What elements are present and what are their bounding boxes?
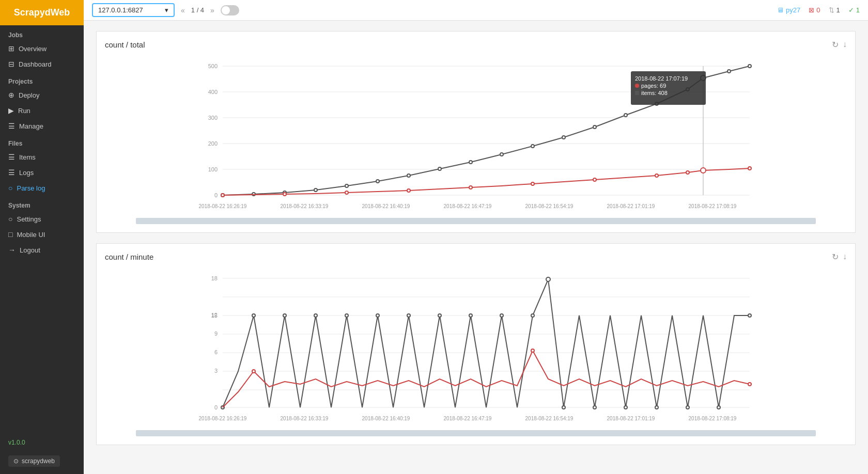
projects-section-label: Projects bbox=[0, 72, 84, 87]
svg-text:pages: 69: pages: 69 bbox=[641, 83, 666, 89]
nav-prev[interactable]: « bbox=[181, 6, 185, 14]
total-chart-actions: ↻ ↓ bbox=[832, 40, 847, 50]
svg-point-33 bbox=[624, 114, 627, 117]
svg-point-96 bbox=[748, 314, 751, 317]
minute-chart-scrollbar[interactable] bbox=[136, 430, 816, 436]
error-icon: ⊠ bbox=[809, 6, 814, 14]
svg-text:2018-08-22 16:40:19: 2018-08-22 16:40:19 bbox=[362, 416, 410, 421]
svg-point-95 bbox=[717, 406, 720, 409]
sidebar-item-label: Dashboard bbox=[19, 60, 52, 68]
sidebar-item-logs[interactable]: ☰ Logs bbox=[0, 165, 84, 180]
monitor-value: py27 bbox=[786, 6, 800, 14]
svg-point-94 bbox=[686, 406, 689, 409]
overview-icon: ⊞ bbox=[8, 44, 14, 53]
svg-point-87 bbox=[500, 314, 503, 317]
svg-point-41 bbox=[345, 191, 348, 194]
monitor-stat[interactable]: 🖥 py27 bbox=[777, 6, 800, 14]
finished-icon: ✓ bbox=[848, 6, 854, 14]
svg-text:2018-08-22 16:40:19: 2018-08-22 16:40:19 bbox=[362, 203, 410, 209]
finished-value: 1 bbox=[856, 6, 860, 14]
main-content: 127.0.0.1:6827 ▾ « 1 / 4 » 🖥 py27 ⊠ 0 ⇅ … bbox=[84, 0, 868, 474]
server-selector[interactable]: 127.0.0.1:6827 ▾ bbox=[92, 3, 175, 17]
svg-point-37 bbox=[727, 70, 731, 73]
run-icon: ▶ bbox=[8, 106, 14, 115]
svg-point-99 bbox=[748, 383, 751, 386]
svg-point-24 bbox=[345, 184, 348, 187]
auto-refresh-toggle[interactable] bbox=[221, 5, 239, 15]
svg-text:2018-08-22 16:54:19: 2018-08-22 16:54:19 bbox=[525, 416, 574, 421]
svg-text:2018-08-22 17:01:19: 2018-08-22 17:01:19 bbox=[607, 203, 655, 209]
topbar-stats: 🖥 py27 ⊠ 0 ⇅ 1 ✓ 1 bbox=[777, 6, 860, 14]
topbar: 127.0.0.1:6827 ▾ « 1 / 4 » 🖥 py27 ⊠ 0 ⇅ … bbox=[84, 0, 868, 21]
svg-point-92 bbox=[624, 406, 627, 409]
sidebar-item-logout[interactable]: → Logout bbox=[0, 242, 84, 258]
sidebar-item-mobile-ui[interactable]: □ Mobile UI bbox=[0, 227, 84, 242]
svg-text:400: 400 bbox=[208, 89, 218, 95]
svg-point-29 bbox=[500, 153, 503, 156]
svg-point-84 bbox=[407, 314, 410, 317]
sidebar-item-label: Overview bbox=[19, 45, 47, 53]
sidebar-item-run[interactable]: ▶ Run bbox=[0, 103, 84, 118]
sidebar-item-overview[interactable]: ⊞ Overview bbox=[0, 41, 84, 56]
svg-point-49 bbox=[748, 167, 751, 170]
download-icon[interactable]: ↓ bbox=[843, 252, 847, 262]
svg-point-85 bbox=[438, 314, 441, 317]
minute-chart-svg: 18 15 12 9 6 3 0 2018-08-22 16:26:19 201… bbox=[105, 268, 847, 428]
files-section-label: Files bbox=[0, 134, 84, 149]
logout-icon: → bbox=[8, 246, 16, 254]
total-chart-title: count / total bbox=[105, 40, 145, 49]
svg-point-27 bbox=[438, 167, 441, 170]
minute-chart-actions: ↻ ↓ bbox=[832, 252, 847, 262]
parse-log-icon: ○ bbox=[8, 184, 12, 192]
total-chart-scrollbar[interactable] bbox=[136, 218, 816, 224]
sidebar-item-items[interactable]: ☰ Items bbox=[0, 149, 84, 165]
running-value: 1 bbox=[836, 6, 840, 14]
running-icon: ⇅ bbox=[829, 6, 834, 14]
svg-text:2018-08-22 16:47:19: 2018-08-22 16:47:19 bbox=[444, 203, 492, 209]
mobile-ui-icon: □ bbox=[8, 230, 12, 239]
svg-point-30 bbox=[531, 145, 534, 148]
sidebar-item-deploy[interactable]: ⊕ Deploy bbox=[0, 87, 84, 103]
chevron-down-icon: ▾ bbox=[165, 6, 168, 14]
errors-stat[interactable]: ⊠ 0 bbox=[809, 6, 820, 14]
svg-point-46 bbox=[655, 174, 658, 177]
svg-text:2018-08-22 16:26:19: 2018-08-22 16:26:19 bbox=[199, 203, 247, 209]
nav-next[interactable]: » bbox=[210, 6, 214, 14]
app-logo[interactable]: ScrapydWeb bbox=[0, 0, 84, 25]
svg-text:3: 3 bbox=[214, 368, 218, 374]
svg-text:2018-08-22 17:01:19: 2018-08-22 17:01:19 bbox=[607, 416, 655, 421]
running-stat[interactable]: ⇅ 1 bbox=[829, 6, 840, 14]
items-icon: ☰ bbox=[8, 153, 15, 161]
sidebar-item-label: Deploy bbox=[19, 91, 39, 99]
svg-point-48 bbox=[701, 168, 706, 173]
errors-value: 0 bbox=[816, 6, 820, 14]
refresh-icon[interactable]: ↻ bbox=[832, 40, 839, 50]
sidebar-item-parse-log[interactable]: ○ Parse log bbox=[0, 180, 84, 196]
svg-text:2018-08-22 17:08:19: 2018-08-22 17:08:19 bbox=[689, 416, 737, 421]
svg-point-98 bbox=[531, 349, 534, 352]
sidebar-item-label: Mobile UI bbox=[17, 231, 45, 239]
nav-page: 1 / 4 bbox=[191, 6, 204, 14]
svg-text:200: 200 bbox=[208, 140, 218, 147]
refresh-icon[interactable]: ↻ bbox=[832, 252, 839, 262]
svg-point-43 bbox=[469, 186, 472, 189]
svg-text:500: 500 bbox=[208, 63, 218, 69]
badge-label: scrapydweb bbox=[22, 457, 55, 465]
finished-stat[interactable]: ✓ 1 bbox=[848, 6, 860, 14]
total-chart-header: count / total ↻ ↓ bbox=[105, 40, 847, 50]
svg-text:2018-08-22 16:47:19: 2018-08-22 16:47:19 bbox=[444, 416, 492, 421]
sidebar: ScrapydWeb Jobs ⊞ Overview ⊟ Dashboard P… bbox=[0, 0, 84, 474]
minute-chart-container: 18 15 12 9 6 3 0 2018-08-22 16:26:19 201… bbox=[105, 268, 847, 436]
sidebar-item-settings[interactable]: ○ Settings bbox=[0, 211, 84, 227]
sidebar-item-label: Parse log bbox=[17, 184, 45, 192]
svg-point-52 bbox=[635, 84, 639, 88]
svg-point-90 bbox=[562, 406, 565, 409]
sidebar-item-dashboard[interactable]: ⊟ Dashboard bbox=[0, 56, 84, 72]
download-icon[interactable]: ↓ bbox=[843, 40, 847, 50]
svg-point-23 bbox=[314, 188, 317, 192]
svg-point-32 bbox=[593, 125, 596, 129]
sidebar-item-manage[interactable]: ☰ Manage bbox=[0, 118, 84, 134]
sidebar-item-label: Logout bbox=[20, 246, 40, 254]
github-icon: ⊙ bbox=[13, 457, 19, 465]
svg-text:2018-08-22 16:54:19: 2018-08-22 16:54:19 bbox=[525, 203, 574, 209]
